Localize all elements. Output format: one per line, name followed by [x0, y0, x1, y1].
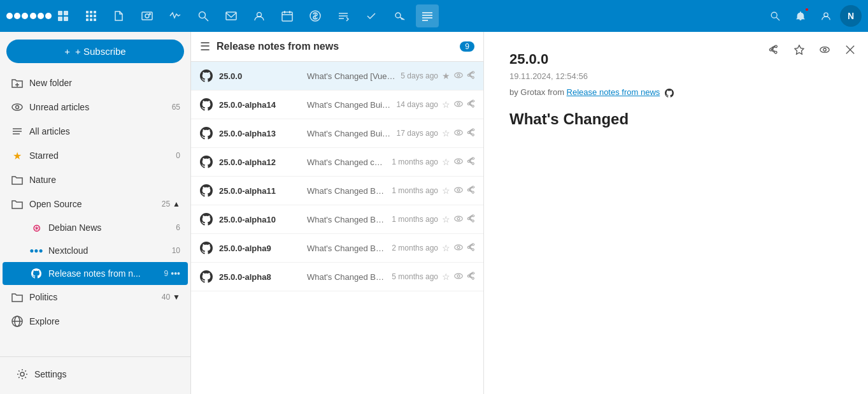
article-version: 25.0.0-alpha10 — [219, 215, 302, 224]
money-icon[interactable] — [304, 4, 327, 27]
user-avatar[interactable]: N — [840, 5, 862, 27]
sidebar-item-unread[interactable]: Unread articles 65 — [3, 95, 188, 119]
sidebar-item-nextcloud[interactable]: ●●● Nextcloud 10 — [3, 239, 188, 262]
article-share-button[interactable] — [467, 214, 476, 225]
article-meta: 1 months ago ☆ — [392, 157, 476, 168]
article-star-button[interactable]: ☆ — [442, 186, 450, 196]
article-star-button[interactable]: ☆ — [442, 99, 450, 110]
article-eye-button[interactable] — [454, 243, 463, 254]
svg-line-35 — [776, 17, 779, 20]
article-share-button[interactable] — [467, 243, 476, 254]
detail-share-button[interactable] — [764, 40, 784, 60]
calendar-icon[interactable] — [276, 4, 299, 27]
dashboard-icon[interactable] — [52, 4, 75, 27]
svg-point-55 — [457, 160, 460, 163]
article-row[interactable]: 25.0.0 What's Changed [Vue Rewrite] Fix … — [191, 62, 483, 91]
svg-marker-64 — [795, 45, 804, 54]
subscribe-button[interactable]: + + Subscribe — [6, 40, 184, 63]
article-share-button[interactable] — [467, 186, 476, 196]
article-row[interactable]: 25.0.0-alpha13 What's Changed Build(deps… — [191, 119, 483, 148]
article-eye-button[interactable] — [454, 214, 463, 225]
pane-menu-icon[interactable]: ☰ — [200, 40, 210, 54]
svg-point-56 — [455, 187, 462, 193]
detail-eye-button[interactable] — [815, 40, 835, 60]
article-star-button[interactable]: ☆ — [442, 214, 450, 224]
article-desc: What's Changed [Vue Rewrite] Fix CI Jobs… — [307, 71, 395, 81]
article-row[interactable]: 25.0.0-alpha11 What's Changed Build(deps… — [191, 177, 483, 205]
top-contacts-icon[interactable] — [815, 4, 837, 27]
activity-icon[interactable] — [164, 4, 187, 27]
notification-bell-icon[interactable] — [789, 4, 812, 27]
article-desc: What's Changed Build(deps-dev): Bump esl… — [307, 186, 387, 196]
article-eye-button[interactable] — [454, 128, 463, 139]
article-row[interactable]: 25.0.0-alpha8 What's Changed Build(deps)… — [191, 263, 483, 291]
sidebar-item-politics[interactable]: Politics 40 ▼ — [3, 285, 188, 309]
article-star-button[interactable]: ☆ — [442, 272, 450, 282]
politics-chevron-icon: ▼ — [173, 293, 180, 302]
article-date: 2 months ago — [392, 244, 438, 252]
sidebar-item-all[interactable]: All articles — [3, 119, 188, 143]
photos-icon[interactable] — [136, 4, 159, 27]
unread-label: Unread articles — [29, 102, 169, 112]
apps-icon[interactable] — [80, 4, 103, 27]
article-date: 17 days ago — [397, 129, 438, 138]
svg-rect-4 — [86, 11, 89, 13]
article-eye-button[interactable] — [454, 71, 463, 82]
detail-star-button[interactable] — [789, 40, 809, 60]
article-desc: What's Changed Build(deps-dev): Bump doc… — [307, 215, 387, 224]
article-date: 1 months ago — [392, 157, 438, 166]
search-icon[interactable] — [192, 4, 215, 27]
svg-point-14 — [145, 14, 149, 18]
article-share-button[interactable] — [467, 99, 476, 110]
topbar: N — [0, 0, 868, 32]
article-eye-button[interactable] — [454, 186, 463, 196]
article-star-button[interactable]: ☆ — [442, 243, 450, 253]
detail-close-button[interactable] — [840, 40, 860, 60]
release-notes-dots[interactable]: ••• — [171, 268, 180, 279]
tasks-icon[interactable] — [360, 4, 383, 27]
passwords-icon[interactable] — [388, 4, 411, 27]
mail-icon[interactable] — [220, 4, 243, 27]
svg-point-51 — [457, 103, 460, 105]
sidebar-item-new-folder[interactable]: New folder — [3, 71, 188, 95]
article-star-button[interactable]: ★ — [442, 71, 450, 81]
settings-item[interactable]: Settings — [8, 362, 183, 386]
article-eye-button[interactable] — [454, 99, 463, 110]
svg-point-58 — [455, 216, 462, 221]
news-icon[interactable] — [416, 4, 439, 27]
article-eye-button[interactable] — [454, 157, 463, 168]
detail-source-link[interactable]: Release notes from news — [567, 87, 660, 97]
article-share-button[interactable] — [467, 157, 476, 168]
article-eye-button[interactable] — [454, 272, 463, 282]
article-row[interactable]: 25.0.0-alpha9 What's Changed Build(deps)… — [191, 234, 483, 263]
politics-folder-icon — [10, 290, 24, 304]
sidebar-item-debian[interactable]: ⊛ Debian News 6 — [3, 216, 188, 239]
article-share-button[interactable] — [467, 128, 476, 139]
notes-icon[interactable] — [332, 4, 355, 27]
sidebar-item-explore[interactable]: Explore — [3, 309, 188, 333]
open-source-label: Open Source — [29, 199, 159, 209]
sidebar-item-nature[interactable]: Nature — [3, 168, 188, 192]
article-row[interactable]: 25.0.0-alpha14 What's Changed Build(deps… — [191, 91, 483, 119]
sidebar-item-starred[interactable]: ★ Starred 0 — [3, 143, 188, 168]
article-date: 14 days ago — [397, 100, 438, 109]
article-row[interactable]: 25.0.0-alpha12 What's Changed chore(i18n… — [191, 148, 483, 177]
article-row[interactable]: 25.0.0-alpha10 What's Changed Build(deps… — [191, 205, 483, 234]
main-layout: + + Subscribe New folder Unread articles… — [0, 32, 868, 394]
sidebar-item-open-source[interactable]: Open Source 25 ▲ — [3, 192, 188, 216]
nextcloud-logo[interactable] — [6, 13, 52, 19]
gear-icon — [15, 367, 29, 381]
article-version: 25.0.0-alpha14 — [219, 100, 302, 110]
contacts-icon[interactable] — [248, 4, 271, 27]
article-star-button[interactable]: ☆ — [442, 157, 450, 167]
pane-count: 9 — [460, 41, 474, 52]
article-star-button[interactable]: ☆ — [442, 128, 450, 138]
article-share-button[interactable] — [467, 272, 476, 282]
svg-point-15 — [150, 13, 151, 15]
svg-point-65 — [820, 47, 829, 53]
open-source-count: 25 — [162, 200, 170, 208]
sidebar-item-release-notes[interactable]: Release notes from n... 9 ••• — [3, 262, 188, 285]
top-search-icon[interactable] — [764, 4, 786, 27]
article-share-button[interactable] — [467, 71, 476, 82]
files-icon[interactable] — [108, 4, 131, 27]
